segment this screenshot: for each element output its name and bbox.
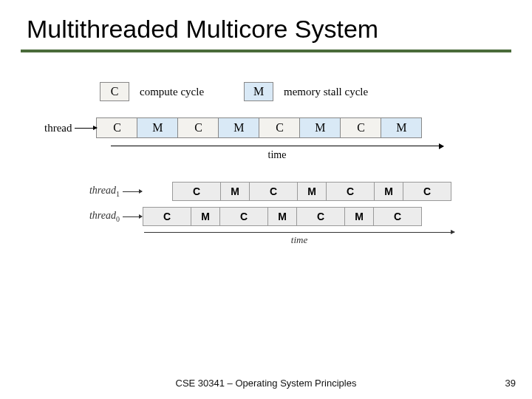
footer: CSE 30341 – Operating System Principles …	[0, 378, 532, 389]
content-area: C compute cycle M memory stall cycle thr…	[0, 52, 532, 246]
legend-c-box: C	[100, 82, 129, 101]
fig2-thread0-row: thread0 C M C M C M C	[81, 207, 502, 226]
fig2-thread1-label: thread1	[81, 185, 120, 198]
cell-m: M	[344, 207, 374, 226]
legend-row: C compute cycle M memory stall cycle	[100, 82, 502, 101]
page-number: 39	[505, 378, 516, 389]
cell-m: M	[299, 117, 341, 138]
fig2: thread1 C M C M C M C thread0 C M C M	[81, 182, 502, 246]
cell-m: M	[220, 182, 250, 201]
cell-c: C	[326, 182, 375, 201]
cell-c: C	[403, 182, 451, 201]
cell-m: M	[267, 207, 297, 226]
cell-m: M	[297, 182, 327, 201]
fig1-sequence: C M C M C M C M	[97, 117, 422, 138]
cell-m: M	[374, 182, 403, 201]
fig2-thread1-seq: C M C M C M C	[173, 182, 451, 201]
legend-c-label: compute cycle	[140, 86, 204, 98]
cell-c: C	[172, 182, 221, 201]
time-arrow-icon	[111, 146, 443, 146]
footer-course: CSE 30341 – Operating System Principles	[0, 378, 532, 389]
fig2-thread1-row: thread1 C M C M C M C	[81, 182, 502, 201]
cell-c: C	[296, 207, 345, 226]
cell-m: M	[381, 117, 422, 138]
legend-m-box: M	[244, 82, 273, 101]
slide-title: Multithreaded Multicore System	[0, 0, 532, 50]
cell-c: C	[249, 182, 298, 201]
cell-m: M	[137, 117, 178, 138]
arrow-icon	[123, 216, 142, 217]
legend-m-label: memory stall cycle	[284, 86, 368, 98]
fig2-thread0-seq: C M C M C M C	[143, 207, 422, 226]
fig1-row: thread C M C M C M C M	[44, 117, 502, 138]
cell-m: M	[218, 117, 259, 138]
cell-c: C	[373, 207, 422, 226]
arrow-icon	[75, 128, 97, 129]
cell-c: C	[259, 117, 300, 138]
cell-m: M	[191, 207, 220, 226]
cell-c: C	[177, 117, 219, 138]
cell-c: C	[340, 117, 381, 138]
time-arrow-icon	[144, 232, 454, 233]
fig1-time-label: time	[111, 149, 443, 161]
cell-c: C	[143, 207, 191, 226]
fig2-time-label: time	[144, 234, 454, 246]
fig1-thread-label: thread	[44, 122, 72, 134]
fig2-thread0-label: thread0	[81, 210, 120, 223]
cell-c: C	[219, 207, 268, 226]
cell-c: C	[96, 117, 137, 138]
arrow-icon	[123, 191, 142, 192]
